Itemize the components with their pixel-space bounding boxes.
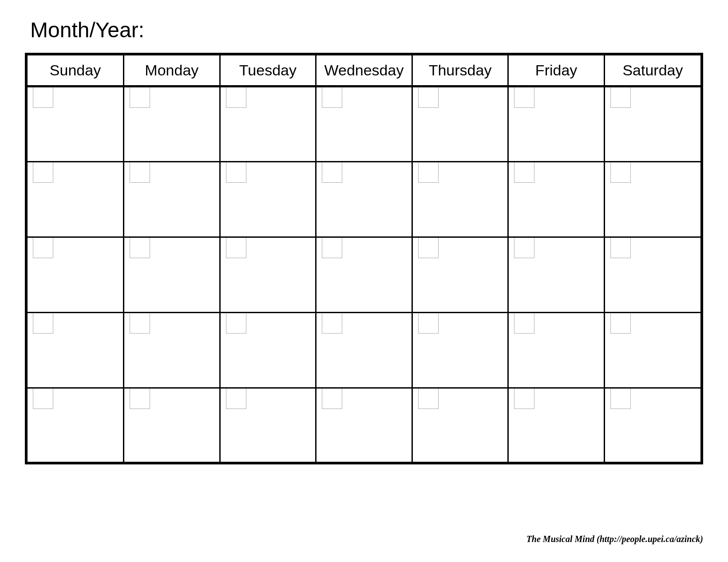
calendar-day-cell xyxy=(508,237,605,313)
date-number-box xyxy=(418,87,439,108)
date-number-box xyxy=(130,389,150,409)
calendar-day-cell xyxy=(28,313,124,388)
calendar-day-cell xyxy=(508,86,605,162)
date-number-box xyxy=(610,162,631,183)
calendar-day-cell xyxy=(316,86,412,162)
date-number-box xyxy=(226,162,246,183)
date-number-box xyxy=(418,389,439,409)
calendar-day-cell xyxy=(604,237,700,313)
date-number-box xyxy=(322,313,342,334)
footer-credit: The Musical Mind (http://people.upei.ca/… xyxy=(526,534,703,544)
date-number-box xyxy=(322,162,342,183)
date-number-box xyxy=(610,238,631,258)
calendar-day-cell xyxy=(508,313,605,388)
date-number-box xyxy=(226,87,246,108)
date-number-box xyxy=(514,389,534,409)
date-number-box xyxy=(226,238,246,258)
date-number-box xyxy=(226,389,246,409)
calendar-day-cell xyxy=(316,237,412,313)
calendar-day-cell xyxy=(604,162,700,237)
day-header: Saturday xyxy=(604,55,700,86)
date-number-box xyxy=(130,162,150,183)
day-header: Friday xyxy=(508,55,605,86)
calendar-week-row xyxy=(28,86,700,162)
day-header: Sunday xyxy=(28,55,124,86)
calendar-day-cell xyxy=(124,162,220,237)
calendar-day-cell xyxy=(604,313,700,388)
calendar-day-cell xyxy=(508,162,605,237)
date-number-box xyxy=(322,87,342,108)
date-number-box xyxy=(514,238,534,258)
date-number-box xyxy=(514,162,534,183)
day-header: Tuesday xyxy=(220,55,316,86)
calendar-week-row xyxy=(28,388,700,462)
calendar-day-cell xyxy=(28,237,124,313)
date-number-box xyxy=(226,313,246,334)
date-number-box xyxy=(418,162,439,183)
date-number-box xyxy=(610,87,631,108)
calendar-day-cell xyxy=(604,388,700,462)
calendar-day-cell xyxy=(220,237,316,313)
calendar-day-cell xyxy=(316,388,412,462)
calendar-day-cell xyxy=(124,86,220,162)
calendar-day-cell xyxy=(124,237,220,313)
day-header: Monday xyxy=(124,55,220,86)
calendar-day-cell xyxy=(220,86,316,162)
calendar-day-cell xyxy=(316,313,412,388)
calendar-table: Sunday Monday Tuesday Wednesday Thursday… xyxy=(28,55,700,462)
calendar-day-cell xyxy=(412,237,508,313)
date-number-box xyxy=(130,238,150,258)
date-number-box xyxy=(130,313,150,334)
calendar-day-cell xyxy=(220,388,316,462)
date-number-box xyxy=(33,162,53,183)
calendar-header-row: Sunday Monday Tuesday Wednesday Thursday… xyxy=(28,55,700,86)
calendar-day-cell xyxy=(220,162,316,237)
calendar-day-cell xyxy=(220,313,316,388)
calendar-day-cell xyxy=(316,162,412,237)
calendar-week-row xyxy=(28,237,700,313)
calendar-week-row xyxy=(28,162,700,237)
calendar-day-cell xyxy=(508,388,605,462)
calendar-day-cell xyxy=(28,388,124,462)
calendar-day-cell xyxy=(28,86,124,162)
date-number-box xyxy=(418,313,439,334)
calendar-day-cell xyxy=(124,388,220,462)
calendar-day-cell xyxy=(28,162,124,237)
date-number-box xyxy=(322,389,342,409)
calendar-day-cell xyxy=(412,313,508,388)
calendar-day-cell xyxy=(604,86,700,162)
date-number-box xyxy=(33,389,53,409)
calendar-day-cell xyxy=(412,162,508,237)
calendar-week-row xyxy=(28,313,700,388)
date-number-box xyxy=(610,389,631,409)
calendar-body xyxy=(28,86,700,462)
date-number-box xyxy=(514,87,534,108)
date-number-box xyxy=(418,238,439,258)
calendar-day-cell xyxy=(412,388,508,462)
day-header: Wednesday xyxy=(316,55,412,86)
date-number-box xyxy=(33,238,53,258)
date-number-box xyxy=(514,313,534,334)
calendar-container: Sunday Monday Tuesday Wednesday Thursday… xyxy=(25,53,703,464)
date-number-box xyxy=(610,313,631,334)
calendar-day-cell xyxy=(124,313,220,388)
date-number-box xyxy=(322,238,342,258)
date-number-box xyxy=(130,87,150,108)
date-number-box xyxy=(33,87,53,108)
day-header: Thursday xyxy=(412,55,508,86)
page-title: Month/Year: xyxy=(25,18,703,42)
calendar-day-cell xyxy=(412,86,508,162)
date-number-box xyxy=(33,313,53,334)
